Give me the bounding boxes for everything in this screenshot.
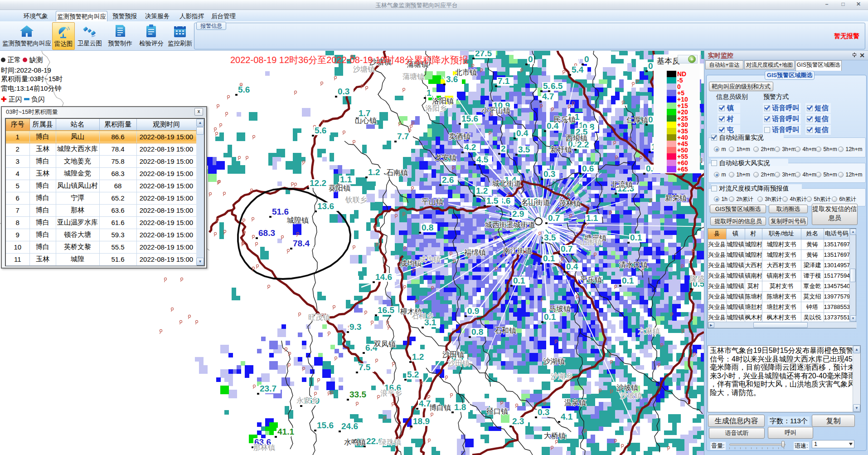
svg-text:5.2: 5.2 (407, 370, 419, 379)
svg-text:0.1: 0.1 (543, 254, 555, 263)
svg-text:绿珠镇: 绿珠镇 (379, 438, 401, 446)
svg-text:六麻镇: 六麻镇 (638, 327, 660, 335)
svg-text:玉城街道: 玉城街道 (506, 221, 535, 229)
svg-text:4.7: 4.7 (542, 92, 554, 101)
svg-text:1: 1 (427, 88, 432, 98)
svg-text:石和镇: 石和镇 (495, 327, 516, 334)
svg-text:葵阳镇: 葵阳镇 (329, 184, 350, 192)
svg-text:0.1: 0.1 (630, 233, 642, 242)
svg-text:16.5: 16.5 (378, 305, 394, 315)
svg-text:成均镇: 成均镇 (419, 255, 441, 263)
svg-text:2.9: 2.9 (512, 209, 524, 219)
svg-text:仁厚镇: 仁厚镇 (626, 116, 648, 124)
svg-text:1.1: 1.1 (586, 213, 598, 223)
svg-text:0.1: 0.1 (544, 312, 556, 322)
svg-text:1.2: 1.2 (476, 186, 488, 196)
svg-text:9.3: 9.3 (349, 322, 361, 332)
svg-text:68.3: 68.3 (258, 228, 275, 238)
svg-text:旺茂镇: 旺茂镇 (308, 313, 330, 321)
svg-text:0.8: 0.8 (471, 327, 483, 337)
svg-text:78.4: 78.4 (293, 239, 310, 248)
svg-text:0: 0 (584, 54, 589, 64)
svg-text:3.5: 3.5 (518, 145, 530, 154)
svg-text:14.6: 14.6 (375, 272, 392, 282)
svg-text:大桥镇: 大桥镇 (544, 432, 566, 440)
svg-text:0.8: 0.8 (422, 223, 433, 232)
svg-text:1.8: 1.8 (454, 402, 466, 412)
svg-text:福绵镇: 福绵镇 (464, 249, 486, 256)
svg-text:7.5: 7.5 (359, 362, 371, 372)
svg-text:民乐镇: 民乐镇 (554, 116, 576, 123)
svg-text:平乐镇: 平乐镇 (580, 276, 602, 284)
svg-text:山围镇: 山围镇 (580, 238, 602, 246)
svg-text:北市镇: 北市镇 (455, 68, 477, 76)
svg-text:0.4: 0.4 (566, 262, 578, 271)
svg-text:成均镇: 成均镇 (400, 259, 422, 267)
svg-text:27.5: 27.5 (475, 51, 492, 58)
svg-text:5.4: 5.4 (572, 65, 584, 74)
svg-text:博白镇: 博白镇 (429, 404, 451, 411)
svg-text:13.6: 13.6 (317, 201, 334, 211)
svg-text:石南镇: 石南镇 (386, 169, 408, 176)
svg-text:0: 0 (528, 54, 533, 64)
svg-text:2.6: 2.6 (442, 175, 454, 185)
svg-text:石和乡: 石和乡 (412, 312, 433, 320)
svg-text:24.6: 24.6 (341, 421, 358, 431)
svg-text:3.5: 3.5 (544, 233, 556, 242)
svg-text:1.2: 1.2 (368, 167, 380, 177)
svg-text:清水口镇: 清水口镇 (619, 261, 648, 269)
svg-text:沙坡镇: 沙坡镇 (616, 384, 638, 391)
svg-text:茂林镇: 茂林镇 (559, 200, 581, 207)
svg-text:1.1: 1.1 (340, 175, 352, 184)
svg-text:15.6: 15.6 (461, 114, 478, 123)
svg-text:西埌镇: 西埌镇 (566, 134, 587, 142)
svg-text:洛阳乡: 洛阳乡 (425, 104, 447, 112)
svg-text:1.5: 1.5 (486, 196, 499, 205)
svg-text:15.6: 15.6 (317, 421, 334, 430)
svg-text:名山街道: 名山街道 (521, 199, 550, 206)
svg-text:城北街道: 城北街道 (492, 180, 521, 187)
svg-text:新圩镇: 新圩镇 (550, 146, 572, 153)
svg-text:钦联乡: 钦联乡 (345, 196, 367, 204)
svg-text:0: 0 (648, 61, 653, 71)
svg-text:沙塘镇: 沙塘镇 (353, 65, 375, 73)
svg-text:温泉镇: 温泉镇 (564, 399, 586, 406)
svg-text:径口镇: 径口镇 (486, 407, 508, 415)
svg-text:沙田镇: 沙田镇 (442, 351, 464, 358)
svg-text:2: 2 (501, 144, 506, 153)
svg-text:马坡镇: 马坡镇 (549, 305, 571, 313)
svg-text:7.1: 7.1 (498, 76, 510, 86)
svg-text:4.2: 4.2 (464, 142, 476, 152)
svg-text:小平山镇: 小平山镇 (481, 107, 510, 114)
svg-text:龙安镇: 龙安镇 (435, 154, 456, 161)
svg-text:0.1: 0.1 (622, 276, 634, 285)
svg-text:0.7: 0.7 (561, 244, 572, 254)
svg-text:2.3: 2.3 (512, 416, 524, 426)
svg-text:1.2: 1.2 (412, 352, 424, 362)
svg-text:洛阳镇: 洛阳镇 (432, 97, 454, 105)
svg-text:5.6: 5.6 (238, 85, 250, 94)
svg-text:0.7: 0.7 (548, 213, 560, 223)
svg-text:山心镇: 山心镇 (355, 117, 377, 124)
svg-text:那林镇: 那林镇 (253, 444, 275, 451)
svg-text:新荣镇: 新荣镇 (665, 194, 687, 202)
svg-text:城隍镇: 城隍镇 (286, 216, 309, 224)
svg-text:5.6: 5.6 (315, 126, 326, 135)
svg-text:蒲塘镇: 蒲塘镇 (402, 73, 424, 80)
svg-text:0.9: 0.9 (467, 306, 479, 316)
svg-text:0.3: 0.3 (538, 407, 549, 417)
svg-text:南江街道: 南江街道 (503, 247, 532, 254)
svg-text:33.5: 33.5 (349, 390, 366, 399)
svg-text:浪平乡: 浪平乡 (380, 389, 402, 397)
svg-text:23.7: 23.7 (260, 384, 276, 393)
svg-text:沙坡镇: 沙坡镇 (620, 391, 642, 399)
svg-text:卖酒镇: 卖酒镇 (449, 132, 470, 140)
svg-text:沙田镇: 沙田镇 (448, 359, 470, 367)
svg-text:北流镇: 北流镇 (611, 181, 633, 188)
svg-text:0.4: 0.4 (516, 128, 529, 138)
svg-text:0.3: 0.3 (543, 169, 555, 179)
svg-text:0.1: 0.1 (513, 276, 525, 285)
svg-text:7.7: 7.7 (397, 132, 409, 141)
svg-text:水鸣镇: 水鸣镇 (344, 438, 366, 446)
svg-text:6.5: 6.5 (551, 81, 563, 91)
